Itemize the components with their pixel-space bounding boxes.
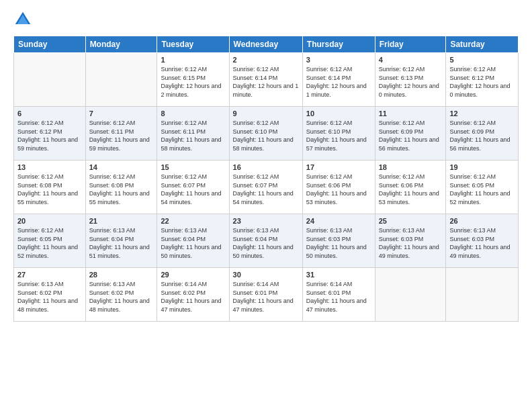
- col-header-saturday: Saturday: [446, 36, 519, 53]
- day-info: Sunrise: 6:12 AM Sunset: 6:07 PM Dayligh…: [161, 173, 225, 206]
- day-info: Sunrise: 6:12 AM Sunset: 6:10 PM Dayligh…: [233, 119, 299, 152]
- day-info: Sunrise: 6:13 AM Sunset: 6:03 PM Dayligh…: [306, 226, 371, 260]
- day-number: 10: [306, 109, 371, 118]
- col-header-thursday: Thursday: [302, 36, 375, 53]
- day-number: 6: [17, 109, 82, 118]
- day-info: Sunrise: 6:12 AM Sunset: 6:11 PM Dayligh…: [89, 119, 154, 152]
- day-info: Sunrise: 6:13 AM Sunset: 6:04 PM Dayligh…: [161, 226, 225, 260]
- col-header-monday: Monday: [85, 36, 157, 53]
- calendar-cell: 22Sunrise: 6:13 AM Sunset: 6:04 PM Dayli…: [157, 214, 229, 268]
- day-number: 2: [233, 56, 299, 64]
- calendar-cell: 28Sunrise: 6:13 AM Sunset: 6:02 PM Dayli…: [85, 268, 157, 322]
- week-row-1: 1Sunrise: 6:12 AM Sunset: 6:15 PM Daylig…: [14, 53, 519, 107]
- day-number: 30: [233, 271, 299, 279]
- day-number: 13: [17, 163, 82, 171]
- day-info: Sunrise: 6:12 AM Sunset: 6:10 PM Dayligh…: [306, 119, 371, 152]
- calendar-cell: 21Sunrise: 6:13 AM Sunset: 6:04 PM Dayli…: [85, 214, 157, 268]
- day-number: 19: [449, 163, 515, 171]
- day-info: Sunrise: 6:13 AM Sunset: 6:04 PM Dayligh…: [233, 226, 299, 260]
- calendar-cell: 8Sunrise: 6:12 AM Sunset: 6:11 PM Daylig…: [157, 107, 229, 161]
- calendar-cell: 13Sunrise: 6:12 AM Sunset: 6:08 PM Dayli…: [14, 161, 86, 214]
- calendar-cell: 2Sunrise: 6:12 AM Sunset: 6:14 PM Daylig…: [229, 53, 302, 107]
- calendar-cell: 4Sunrise: 6:12 AM Sunset: 6:13 PM Daylig…: [375, 53, 446, 107]
- day-number: 23: [233, 217, 299, 225]
- day-info: Sunrise: 6:12 AM Sunset: 6:12 PM Dayligh…: [449, 65, 515, 99]
- day-number: 11: [379, 109, 443, 118]
- calendar-cell: 9Sunrise: 6:12 AM Sunset: 6:10 PM Daylig…: [229, 107, 302, 161]
- calendar-cell: 17Sunrise: 6:12 AM Sunset: 6:06 PM Dayli…: [302, 161, 375, 214]
- calendar-cell: 10Sunrise: 6:12 AM Sunset: 6:10 PM Dayli…: [302, 107, 375, 161]
- day-number: 14: [89, 163, 154, 171]
- day-number: 27: [17, 271, 82, 279]
- calendar-cell: 25Sunrise: 6:13 AM Sunset: 6:03 PM Dayli…: [375, 214, 446, 268]
- day-info: Sunrise: 6:12 AM Sunset: 6:09 PM Dayligh…: [449, 119, 515, 152]
- day-info: Sunrise: 6:12 AM Sunset: 6:13 PM Dayligh…: [379, 65, 443, 99]
- day-info: Sunrise: 6:13 AM Sunset: 6:03 PM Dayligh…: [379, 226, 443, 260]
- day-info: Sunrise: 6:14 AM Sunset: 6:02 PM Dayligh…: [161, 280, 225, 314]
- col-header-tuesday: Tuesday: [157, 36, 229, 53]
- day-info: Sunrise: 6:12 AM Sunset: 6:05 PM Dayligh…: [449, 173, 515, 206]
- day-info: Sunrise: 6:12 AM Sunset: 6:07 PM Dayligh…: [233, 173, 299, 206]
- calendar-table: SundayMondayTuesdayWednesdayThursdayFrid…: [13, 36, 519, 322]
- week-row-5: 27Sunrise: 6:13 AM Sunset: 6:02 PM Dayli…: [14, 268, 519, 322]
- day-info: Sunrise: 6:12 AM Sunset: 6:05 PM Dayligh…: [17, 226, 82, 260]
- day-info: Sunrise: 6:12 AM Sunset: 6:14 PM Dayligh…: [233, 65, 299, 99]
- week-row-4: 20Sunrise: 6:12 AM Sunset: 6:05 PM Dayli…: [14, 214, 519, 268]
- day-info: Sunrise: 6:13 AM Sunset: 6:02 PM Dayligh…: [17, 280, 82, 314]
- calendar-cell: 16Sunrise: 6:12 AM Sunset: 6:07 PM Dayli…: [229, 161, 302, 214]
- day-info: Sunrise: 6:12 AM Sunset: 6:12 PM Dayligh…: [17, 119, 82, 152]
- day-number: 1: [161, 56, 225, 64]
- col-header-friday: Friday: [375, 36, 446, 53]
- logo: [13, 10, 35, 29]
- day-info: Sunrise: 6:12 AM Sunset: 6:09 PM Dayligh…: [379, 119, 443, 152]
- day-number: 24: [306, 217, 371, 225]
- col-header-sunday: Sunday: [14, 36, 86, 53]
- calendar-cell: 12Sunrise: 6:12 AM Sunset: 6:09 PM Dayli…: [446, 107, 519, 161]
- calendar-cell: 29Sunrise: 6:14 AM Sunset: 6:02 PM Dayli…: [157, 268, 229, 322]
- day-number: 12: [449, 109, 515, 118]
- calendar-cell: 7Sunrise: 6:12 AM Sunset: 6:11 PM Daylig…: [85, 107, 157, 161]
- calendar-cell: 5Sunrise: 6:12 AM Sunset: 6:12 PM Daylig…: [446, 53, 519, 107]
- calendar-cell: 11Sunrise: 6:12 AM Sunset: 6:09 PM Dayli…: [375, 107, 446, 161]
- day-number: 31: [306, 271, 371, 279]
- calendar-cell: [446, 268, 519, 322]
- calendar-cell: 14Sunrise: 6:12 AM Sunset: 6:08 PM Dayli…: [85, 161, 157, 214]
- day-info: Sunrise: 6:12 AM Sunset: 6:08 PM Dayligh…: [89, 173, 154, 206]
- calendar-cell: [85, 53, 157, 107]
- day-info: Sunrise: 6:13 AM Sunset: 6:03 PM Dayligh…: [449, 226, 515, 260]
- calendar-cell: 19Sunrise: 6:12 AM Sunset: 6:05 PM Dayli…: [446, 161, 519, 214]
- col-header-wednesday: Wednesday: [229, 36, 302, 53]
- day-info: Sunrise: 6:13 AM Sunset: 6:04 PM Dayligh…: [89, 226, 154, 260]
- day-number: 15: [161, 163, 225, 171]
- day-info: Sunrise: 6:14 AM Sunset: 6:01 PM Dayligh…: [233, 280, 299, 314]
- day-info: Sunrise: 6:12 AM Sunset: 6:06 PM Dayligh…: [306, 173, 371, 206]
- day-number: 3: [306, 56, 371, 64]
- calendar-cell: 26Sunrise: 6:13 AM Sunset: 6:03 PM Dayli…: [446, 214, 519, 268]
- calendar-cell: 6Sunrise: 6:12 AM Sunset: 6:12 PM Daylig…: [14, 107, 86, 161]
- week-row-2: 6Sunrise: 6:12 AM Sunset: 6:12 PM Daylig…: [14, 107, 519, 161]
- calendar-cell: 15Sunrise: 6:12 AM Sunset: 6:07 PM Dayli…: [157, 161, 229, 214]
- day-number: 4: [379, 56, 443, 64]
- calendar-cell: 31Sunrise: 6:14 AM Sunset: 6:01 PM Dayli…: [302, 268, 375, 322]
- day-number: 7: [89, 109, 154, 118]
- week-row-3: 13Sunrise: 6:12 AM Sunset: 6:08 PM Dayli…: [14, 161, 519, 214]
- day-number: 16: [233, 163, 299, 171]
- day-info: Sunrise: 6:13 AM Sunset: 6:02 PM Dayligh…: [89, 280, 154, 314]
- calendar-cell: 27Sunrise: 6:13 AM Sunset: 6:02 PM Dayli…: [14, 268, 86, 322]
- calendar-cell: 18Sunrise: 6:12 AM Sunset: 6:06 PM Dayli…: [375, 161, 446, 214]
- day-info: Sunrise: 6:12 AM Sunset: 6:15 PM Dayligh…: [161, 65, 225, 99]
- calendar-cell: 23Sunrise: 6:13 AM Sunset: 6:04 PM Dayli…: [229, 214, 302, 268]
- calendar-cell: 24Sunrise: 6:13 AM Sunset: 6:03 PM Dayli…: [302, 214, 375, 268]
- day-info: Sunrise: 6:12 AM Sunset: 6:14 PM Dayligh…: [306, 65, 371, 99]
- calendar-cell: [14, 53, 86, 107]
- day-info: Sunrise: 6:12 AM Sunset: 6:06 PM Dayligh…: [379, 173, 443, 206]
- day-info: Sunrise: 6:14 AM Sunset: 6:01 PM Dayligh…: [306, 280, 371, 314]
- calendar-cell: 30Sunrise: 6:14 AM Sunset: 6:01 PM Dayli…: [229, 268, 302, 322]
- calendar-cell: 3Sunrise: 6:12 AM Sunset: 6:14 PM Daylig…: [302, 53, 375, 107]
- header: [13, 10, 519, 29]
- day-number: 8: [161, 109, 225, 118]
- calendar-header-row: SundayMondayTuesdayWednesdayThursdayFrid…: [14, 36, 519, 53]
- day-number: 29: [161, 271, 225, 279]
- calendar-cell: [375, 268, 446, 322]
- day-number: 28: [89, 271, 154, 279]
